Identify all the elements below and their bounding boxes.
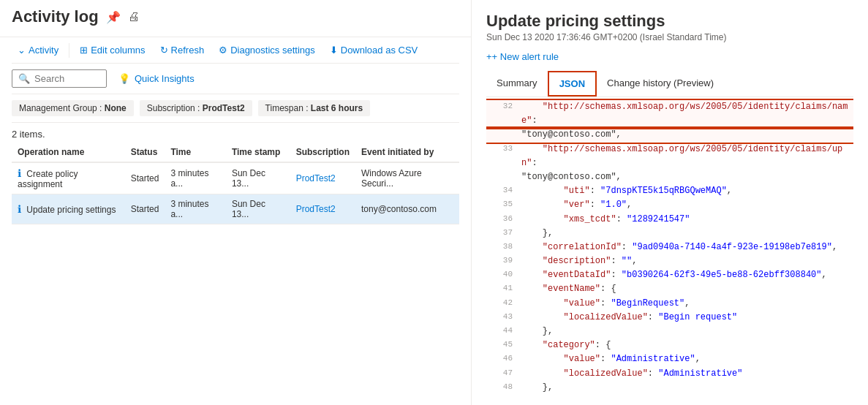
- json-line: 42 "value": "BeginRequest",: [486, 297, 853, 311]
- info-icon: ℹ: [18, 203, 21, 215]
- json-line: 45 "category": {: [486, 338, 853, 352]
- cell-time: 3 minutes a...: [165, 162, 226, 194]
- json-line: 47 "localizedValue": "Administrative": [486, 367, 853, 381]
- lightbulb-icon: 💡: [118, 73, 130, 84]
- tab-summary[interactable]: Summary: [486, 72, 548, 96]
- json-line: 44 },: [486, 325, 853, 338]
- json-viewer[interactable]: 32 "http://schemas.xmlsoap.org/ws/2005/0…: [486, 97, 853, 393]
- print-icon[interactable]: 🖨: [128, 10, 140, 23]
- filters-row: Management Group : None Subscription : P…: [12, 94, 459, 123]
- activity-table: Operation name Status Time Time stamp Su…: [12, 143, 459, 224]
- edit-columns-button[interactable]: ⊞ Edit columns: [74, 42, 151, 58]
- page-title-row: Activity log 📌 🖨: [12, 7, 459, 26]
- info-icon: ℹ: [18, 167, 21, 179]
- detail-subtitle: Sun Dec 13 2020 17:36:46 GMT+0200 (Israe…: [486, 32, 853, 42]
- json-line: 38 "correlationId": "9ad0940a-7140-4a4f-…: [486, 241, 853, 254]
- cell-time: 3 minutes a...: [165, 194, 226, 224]
- refresh-icon: ↻: [160, 45, 168, 56]
- cell-subscription: ProdTest2: [290, 162, 355, 194]
- plus-icon: +: [486, 51, 492, 62]
- cell-timestamp: Sun Dec 13...: [226, 162, 290, 194]
- refresh-button[interactable]: ↻ Refresh: [154, 42, 211, 58]
- search-icon: 🔍: [18, 73, 30, 84]
- chevron-down-icon: ⌄: [18, 45, 26, 56]
- activity-button[interactable]: ⌄ Activity: [12, 42, 64, 58]
- json-line: 35 "ver": "1.0",: [486, 198, 853, 212]
- left-content: ⌄ Activity ⊞ Edit columns ↻ Refresh ⚙ Di…: [0, 37, 471, 405]
- cell-status: Started: [125, 194, 165, 224]
- toolbar: ⌄ Activity ⊞ Edit columns ↻ Refresh ⚙ Di…: [12, 37, 459, 64]
- detail-tabs: Summary JSON Change history (Preview): [486, 71, 853, 97]
- json-line: 39 "description": "",: [486, 254, 853, 268]
- col-header-event[interactable]: Event initiated by: [355, 143, 459, 162]
- cell-subscription: ProdTest2: [290, 194, 355, 224]
- detail-title: Update pricing settings: [486, 12, 853, 31]
- download-icon: ⬇: [330, 45, 338, 56]
- json-line: 43 "localizedValue": "Begin request": [486, 311, 853, 325]
- cell-operation: ℹ Create policy assignment: [12, 162, 125, 194]
- json-line: 33 "http://schemas.xmlsoap.org/ws/2005/0…: [486, 143, 853, 170]
- filter-subscription[interactable]: Subscription : ProdTest2: [140, 100, 252, 116]
- divider: [69, 43, 69, 58]
- json-line: "tony@contoso.com",: [486, 170, 853, 184]
- table-row[interactable]: ℹ Update pricing settings Started 3 minu…: [12, 194, 459, 224]
- search-input[interactable]: [34, 73, 93, 84]
- json-line: 34 "uti": "7dnspKTE5k15qRBGQweMAQ",: [486, 184, 853, 198]
- json-line: 37 },: [486, 227, 853, 241]
- quick-insights-button[interactable]: 💡 Quick Insights: [113, 70, 200, 87]
- left-panel: Activity log 📌 🖨 ⌄ Activity ⊞ Edit colum…: [0, 0, 472, 405]
- json-line: 32 "http://schemas.xmlsoap.org/ws/2005/0…: [486, 100, 853, 128]
- pin-icon[interactable]: 📌: [106, 10, 121, 24]
- filter-management-group[interactable]: Management Group : None: [12, 100, 134, 116]
- json-line: "tony@contoso.com",: [486, 128, 853, 142]
- cell-status: Started: [125, 162, 165, 194]
- json-line: 40 "eventDataId": "b0390264-62f3-49e5-be…: [486, 268, 853, 282]
- new-alert-button[interactable]: + + New alert rule: [486, 51, 559, 62]
- cell-timestamp: Sun Dec 13...: [226, 194, 290, 224]
- cell-event-initiated: tony@contoso.com: [355, 194, 459, 224]
- activity-table-container[interactable]: Operation name Status Time Time stamp Su…: [12, 143, 459, 405]
- col-header-status[interactable]: Status: [125, 143, 165, 162]
- columns-icon: ⊞: [80, 45, 88, 56]
- cell-event-initiated: Windows Azure Securi...: [355, 162, 459, 194]
- download-button[interactable]: ⬇ Download as CSV: [324, 42, 424, 58]
- search-box[interactable]: 🔍: [12, 69, 107, 88]
- gear-icon: ⚙: [219, 45, 227, 56]
- right-panel: Update pricing settings Sun Dec 13 2020 …: [472, 0, 868, 405]
- col-header-subscription[interactable]: Subscription: [290, 143, 355, 162]
- diagnostics-button[interactable]: ⚙ Diagnostics settings: [213, 42, 321, 58]
- json-line: 36 "xms_tcdt": "1289241547": [486, 213, 853, 227]
- cell-operation: ℹ Update pricing settings: [12, 194, 125, 224]
- json-line: 46 "value": "Administrative",: [486, 352, 853, 366]
- json-line: 48 },: [486, 381, 853, 393]
- search-bar: 🔍 💡 Quick Insights: [12, 64, 459, 94]
- table-row[interactable]: ℹ Create policy assignment Started 3 min…: [12, 162, 459, 194]
- json-line: 41 "eventName": {: [486, 282, 853, 296]
- col-header-operation[interactable]: Operation name: [12, 143, 125, 162]
- filter-timespan[interactable]: Timespan : Last 6 hours: [258, 100, 371, 116]
- col-header-time[interactable]: Time: [165, 143, 226, 162]
- col-header-timestamp[interactable]: Time stamp: [226, 143, 290, 162]
- items-count: 2 items.: [12, 123, 459, 143]
- tab-change-history[interactable]: Change history (Preview): [597, 72, 724, 96]
- left-header: Activity log 📌 🖨: [0, 0, 471, 37]
- tab-json[interactable]: JSON: [548, 71, 597, 96]
- page-title: Activity log: [12, 7, 99, 26]
